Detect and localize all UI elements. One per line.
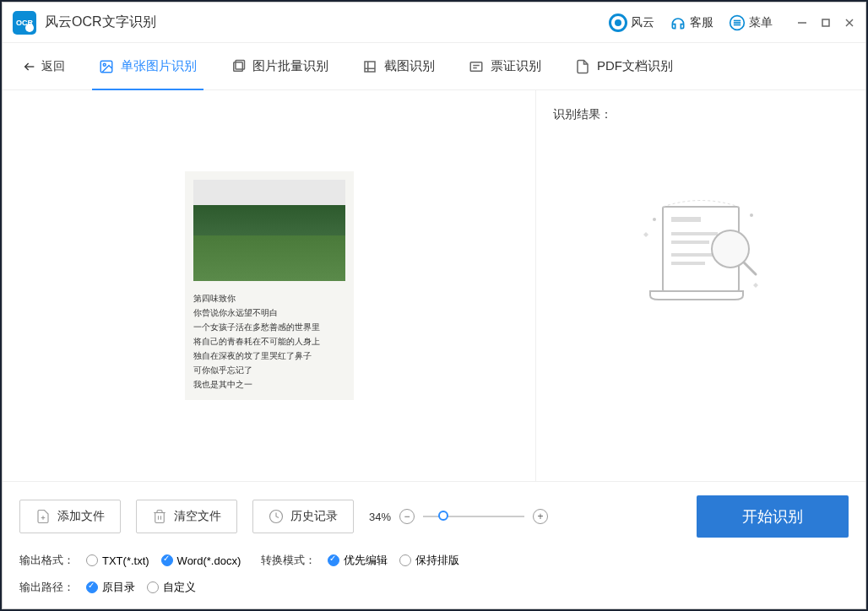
add-file-label: 添加文件 — [57, 509, 105, 524]
result-placeholder — [553, 190, 849, 316]
svg-rect-20 — [671, 241, 709, 244]
path-custom-radio[interactable]: 自定义 — [147, 580, 196, 595]
fengyun-icon — [609, 14, 627, 32]
format-txt-radio[interactable]: TXT(*.txt) — [86, 554, 149, 567]
menu-label: 菜单 — [749, 15, 773, 30]
clear-file-button[interactable]: 清空文件 — [136, 500, 237, 533]
preview-pane: 第四味致你 你曾说你永远望不明白 一个女孩子活在多愁善感的世界里 将自己的青春耗… — [3, 90, 536, 481]
crop-icon — [362, 59, 377, 74]
headset-icon — [670, 14, 686, 31]
fengyun-button[interactable]: 风云 — [609, 14, 654, 32]
tab-label: 票证识别 — [491, 58, 541, 74]
zoom-out-button[interactable]: − — [399, 509, 415, 524]
app-title: 风云OCR文字识别 — [45, 14, 156, 31]
menu-button[interactable]: 菜单 — [729, 14, 773, 31]
ticket-icon — [469, 59, 484, 74]
bottom-panel: 添加文件 清空文件 历史记录 34% − + 开始识别 输出格式： TXT(*.… — [3, 481, 865, 608]
tab-screenshot[interactable]: 截图识别 — [362, 43, 435, 90]
titlebar: OCR 风云OCR文字识别 风云 客服 菜单 — [3, 3, 865, 43]
tab-pdf[interactable]: PDF文档识别 — [575, 43, 673, 90]
svg-point-25 — [653, 218, 656, 221]
zoom-control: 34% − + — [369, 509, 548, 524]
minimize-button[interactable] — [796, 17, 808, 29]
tab-ticket[interactable]: 票证识别 — [469, 43, 541, 90]
content-area: 第四味致你 你曾说你永远望不明白 一个女孩子活在多愁善感的世界里 将自己的青春耗… — [3, 90, 865, 481]
history-label: 历史记录 — [290, 509, 338, 524]
radio-checked-icon — [328, 554, 339, 566]
svg-rect-21 — [671, 253, 718, 257]
radio-checked-icon — [161, 554, 173, 566]
svg-rect-18 — [671, 217, 701, 222]
format-word-radio[interactable]: Word(*.docx) — [161, 554, 241, 567]
service-button[interactable]: 客服 — [670, 14, 713, 31]
nav-tabs: 返回 单张图片识别 图片批量识别 截图识别 票证识别 PDF文档识别 — [3, 43, 865, 90]
service-label: 客服 — [690, 15, 713, 30]
mode-edit-radio[interactable]: 优先编辑 — [328, 553, 388, 568]
zoom-in-button[interactable]: + — [533, 509, 548, 524]
tab-label: 单张图片识别 — [121, 58, 197, 74]
zoom-slider[interactable] — [423, 516, 524, 517]
zoom-slider-thumb[interactable] — [438, 511, 448, 521]
svg-line-24 — [744, 262, 756, 274]
clock-icon — [269, 509, 284, 524]
result-title: 识别结果： — [553, 107, 849, 122]
result-pane: 识别结果： — [536, 90, 865, 481]
images-icon — [231, 59, 246, 74]
svg-rect-22 — [671, 262, 705, 265]
history-button[interactable]: 历史记录 — [252, 500, 354, 533]
add-file-button[interactable]: 添加文件 — [19, 500, 121, 533]
back-button[interactable]: 返回 — [23, 59, 65, 74]
close-button[interactable] — [844, 17, 855, 29]
thumbnail-image — [193, 180, 345, 281]
radio-icon — [147, 581, 159, 593]
output-format-label: 输出格式： — [19, 553, 74, 568]
pdf-icon — [575, 59, 590, 74]
maximize-button[interactable] — [820, 17, 832, 29]
back-label: 返回 — [41, 59, 65, 74]
svg-rect-19 — [671, 232, 718, 235]
svg-rect-13 — [365, 62, 375, 72]
zoom-value: 34% — [369, 511, 391, 523]
trash-icon — [152, 509, 167, 524]
tab-label: 截图识别 — [384, 58, 435, 74]
svg-point-26 — [750, 214, 753, 217]
mode-layout-radio[interactable]: 保持排版 — [399, 553, 459, 568]
thumbnail-text: 第四味致你 你曾说你永远望不明白 一个女孩子活在多愁善感的世界里 将自己的青春耗… — [193, 291, 345, 392]
svg-point-10 — [103, 63, 106, 66]
image-thumbnail[interactable]: 第四味致你 你曾说你永远望不明白 一个女孩子活在多愁善感的世界里 将自己的青春耗… — [185, 171, 354, 400]
svg-rect-14 — [470, 62, 482, 71]
path-original-radio[interactable]: 原目录 — [86, 580, 135, 595]
svg-rect-5 — [822, 19, 829, 26]
start-recognize-button[interactable]: 开始识别 — [697, 495, 849, 538]
file-add-icon — [35, 509, 51, 524]
tab-label: 图片批量识别 — [252, 58, 328, 74]
radio-checked-icon — [86, 581, 98, 593]
output-path-label: 输出路径： — [19, 580, 74, 595]
image-icon — [99, 59, 114, 74]
document-illustration-icon — [633, 190, 768, 316]
tab-label: PDF文档识别 — [597, 58, 673, 74]
radio-icon — [86, 554, 98, 566]
tab-single-image[interactable]: 单张图片识别 — [99, 43, 197, 90]
app-logo: OCR — [13, 11, 36, 35]
tab-batch-image[interactable]: 图片批量识别 — [231, 43, 328, 90]
clear-file-label: 清空文件 — [174, 509, 221, 524]
radio-icon — [399, 554, 411, 566]
arrow-left-icon — [23, 60, 36, 73]
menu-icon — [729, 14, 746, 31]
convert-mode-label: 转换模式： — [261, 553, 316, 568]
fengyun-label: 风云 — [631, 15, 654, 30]
